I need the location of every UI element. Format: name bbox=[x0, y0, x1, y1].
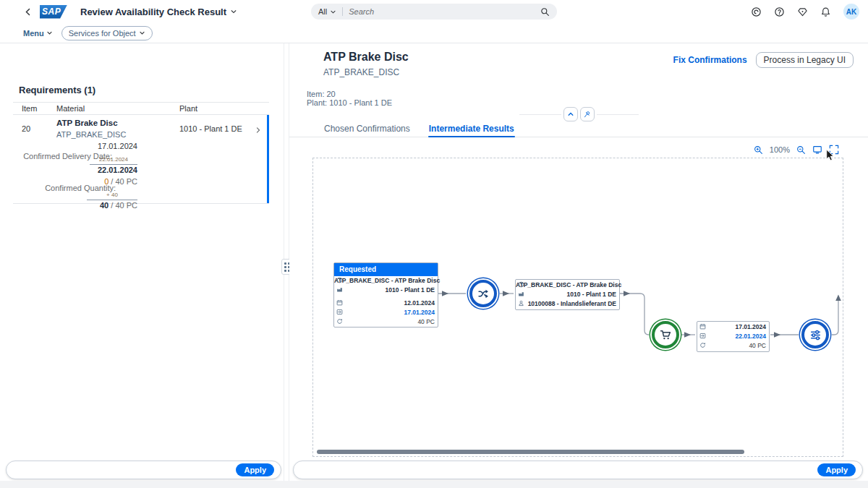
requested-node[interactable]: Requested ATP_BRAKE_DISC - ATP Brake Dis… bbox=[333, 262, 438, 328]
table-header-row: Item Material Plant bbox=[13, 102, 269, 115]
menu-bar: Menu Services for Object bbox=[0, 23, 868, 43]
tab-chosen-confirmations[interactable]: Chosen Confirmations bbox=[323, 121, 411, 137]
tab-intermediate-results[interactable]: Intermediate Results bbox=[428, 121, 515, 137]
menu-button-label: Menu bbox=[23, 29, 44, 38]
object-title: ATP Brake Disc bbox=[323, 51, 409, 64]
quantity-icon bbox=[699, 342, 706, 348]
chevron-down-icon bbox=[46, 30, 53, 36]
node-row-availability-date: 17.01.2024 bbox=[697, 322, 769, 332]
quantity-icon bbox=[336, 318, 343, 325]
cell-material-code: ATP_BRAKE_DISC bbox=[56, 130, 126, 139]
user-avatar[interactable]: AK bbox=[843, 4, 859, 20]
column-header-plant: Plant bbox=[179, 104, 197, 113]
chevron-left-icon bbox=[23, 7, 33, 17]
check-substitution-node[interactable] bbox=[469, 280, 497, 307]
zoom-level[interactable]: 100% bbox=[770, 145, 790, 154]
requirements-table: Item Material Plant 20 ATP Brake Disc AT… bbox=[13, 102, 269, 204]
node-row-supplier: 10100088 - Inlandslieferant DE bbox=[516, 299, 619, 309]
cell-plant: 1010 - Plant 1 DE bbox=[179, 124, 242, 133]
node-row-quantity: 40 PC bbox=[697, 341, 769, 351]
object-attributes: Item: 20 Plant: 1010 - Plant 1 DE bbox=[307, 90, 392, 107]
sliders-icon bbox=[809, 329, 822, 341]
date-arrow-icon bbox=[699, 333, 706, 339]
graph-canvas[interactable]: Requested ATP_BRAKE_DISC - ATP Brake Dis… bbox=[312, 158, 843, 457]
cell-material-name: ATP Brake Disc bbox=[56, 119, 118, 127]
calendar-icon bbox=[336, 299, 343, 306]
services-for-object-button[interactable]: Services for Object bbox=[61, 26, 153, 40]
window-bottom-strip bbox=[0, 481, 868, 488]
fullscreen-icon bbox=[829, 145, 839, 155]
search-input[interactable] bbox=[349, 7, 540, 16]
confirmation-node[interactable]: 17.01.2024 22.01.2024 40 PC bbox=[697, 321, 770, 352]
application-window: SAP Review Availability Check Result All bbox=[0, 0, 868, 488]
pin-header-button[interactable] bbox=[580, 107, 595, 121]
help-button[interactable] bbox=[774, 7, 785, 17]
ai-assistant-button[interactable] bbox=[751, 7, 762, 17]
zoom-out-button[interactable] bbox=[796, 145, 806, 155]
calendar-icon bbox=[699, 323, 706, 330]
search-divider bbox=[342, 7, 343, 16]
search-scope-select[interactable]: All bbox=[318, 7, 336, 16]
node-row-quantity: 40 PC bbox=[334, 317, 438, 327]
sap-logo-text: SAP bbox=[42, 7, 61, 17]
chevron-down-icon bbox=[330, 9, 336, 15]
row-navigation-chevron[interactable] bbox=[255, 124, 262, 137]
material-icon bbox=[336, 277, 343, 283]
app-title[interactable]: Review Availability Check Result bbox=[80, 7, 237, 17]
requirements-heading: Requirements (1) bbox=[19, 85, 95, 95]
plant-icon bbox=[518, 291, 524, 297]
pin-icon bbox=[583, 111, 591, 119]
fullscreen-button[interactable] bbox=[829, 145, 839, 155]
delivery-result-date: 22.01.2024 bbox=[13, 165, 137, 175]
process-in-legacy-ui-button[interactable]: Process in Legacy UI bbox=[756, 52, 854, 68]
chevron-down-icon bbox=[139, 30, 145, 36]
attribute-item: Item: 20 bbox=[307, 90, 392, 98]
node-row-material: ATP_BRAKE_DISC - ATP Brake Disc bbox=[334, 276, 438, 286]
shuffle-icon bbox=[477, 288, 490, 300]
sap-logo[interactable]: SAP bbox=[40, 5, 67, 19]
column-header-item: Item bbox=[22, 104, 37, 113]
help-icon bbox=[774, 7, 785, 17]
zoom-out-icon bbox=[796, 145, 806, 155]
graph-toolbar: 100% bbox=[754, 145, 839, 155]
table-row[interactable]: 20 ATP Brake Disc ATP_BRAKE_DISC 1010 - … bbox=[13, 115, 269, 204]
quantity-delta: + 40 bbox=[87, 191, 137, 200]
menu-button[interactable]: Menu bbox=[23, 29, 53, 38]
collapse-header-button[interactable] bbox=[563, 107, 578, 121]
adjust-confirmation-node[interactable] bbox=[801, 321, 829, 348]
requirements-panel: Requirements (1) Item Material Plant 20 … bbox=[0, 43, 284, 481]
node-row-plant: 1010 - Plant 1 DE bbox=[334, 286, 438, 295]
divider-line bbox=[519, 114, 561, 115]
confirmation-calculation: 17.01.2024 22.01.2024 22.01.2024 0 / 40 … bbox=[13, 141, 137, 210]
gem-icon bbox=[797, 7, 808, 17]
horizontal-scrollbar-thumb[interactable] bbox=[317, 450, 744, 454]
fix-confirmations-button[interactable]: Fix Confirmations bbox=[673, 55, 747, 65]
feedback-gem-button[interactable] bbox=[797, 7, 808, 17]
apply-button[interactable]: Apply bbox=[817, 463, 856, 476]
back-button[interactable] bbox=[23, 7, 33, 17]
requested-node-header: Requested bbox=[334, 263, 438, 276]
chevron-down-icon bbox=[230, 8, 237, 15]
zoom-in-button[interactable] bbox=[754, 145, 763, 155]
supplier-node[interactable]: ATP_BRAKE_DISC - ATP Brake Disc 1010 - P… bbox=[515, 279, 620, 310]
node-row-plant: 1010 - Plant 1 DE bbox=[516, 290, 619, 299]
delivery-original-date: 17.01.2024 bbox=[13, 141, 137, 151]
app-title-text: Review Availability Check Result bbox=[80, 7, 226, 17]
shell-bar: SAP Review Availability Check Result All bbox=[0, 0, 868, 23]
material-icon bbox=[518, 281, 524, 288]
quantity-result: 40 / 40 PC bbox=[13, 200, 137, 210]
services-for-object-label: Services for Object bbox=[69, 29, 136, 38]
splitter[interactable] bbox=[284, 43, 289, 481]
bell-icon bbox=[820, 7, 831, 17]
purchase-order-node[interactable] bbox=[652, 321, 679, 348]
fit-to-screen-button[interactable] bbox=[812, 145, 822, 155]
avatar-initials: AK bbox=[846, 8, 856, 16]
notifications-button[interactable] bbox=[820, 7, 831, 17]
apply-button[interactable]: Apply bbox=[236, 463, 274, 476]
ai-assistant-icon bbox=[751, 7, 762, 17]
search-icon[interactable] bbox=[540, 7, 550, 17]
cart-icon bbox=[660, 329, 672, 341]
quantity-original: 0 / 40 PC bbox=[13, 176, 137, 187]
search-bar[interactable]: All bbox=[311, 4, 557, 20]
left-footer-bar: Apply bbox=[6, 461, 281, 479]
